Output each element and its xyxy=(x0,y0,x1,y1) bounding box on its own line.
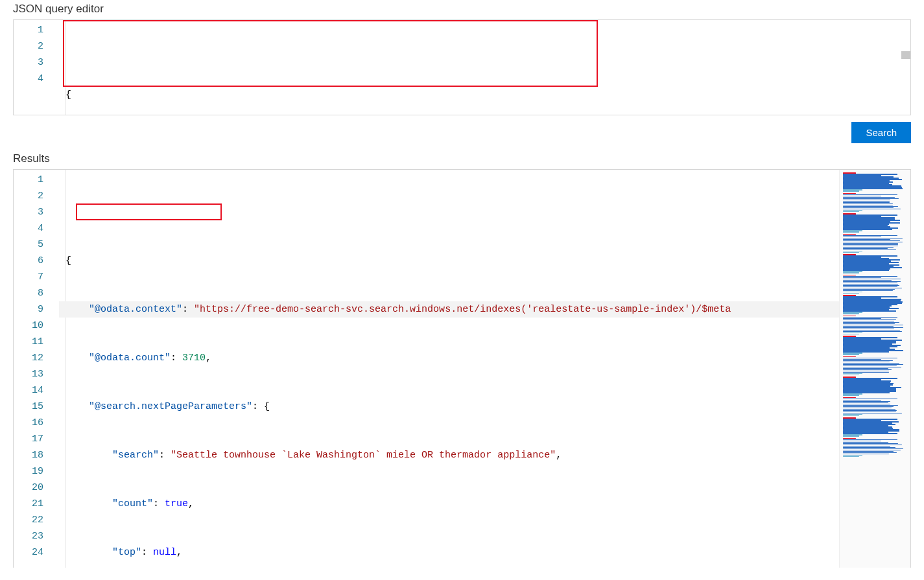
query-editor[interactable]: 1 2 3 4 { "search": "Seattle townhouse `… xyxy=(13,19,911,115)
query-highlight-box xyxy=(63,20,598,87)
odata-count-highlight-box xyxy=(76,203,222,220)
results-code[interactable]: { "@odata.context": "https://free-demo-s… xyxy=(59,170,839,568)
query-gutter: 1 2 3 4 xyxy=(14,20,59,115)
results-title: Results xyxy=(0,150,924,169)
minimap[interactable] xyxy=(839,170,910,568)
query-editor-title: JSON query editor xyxy=(0,0,924,19)
search-button[interactable]: Search xyxy=(851,122,911,143)
query-code[interactable]: { "search": "Seattle townhouse `Lake Was… xyxy=(59,20,910,115)
results-viewer[interactable]: 1 2 3 4 5 6 7 8 9 10 11 12 13 14 15 16 1… xyxy=(13,169,911,568)
results-gutter: 1 2 3 4 5 6 7 8 9 10 11 12 13 14 15 16 1… xyxy=(14,170,59,568)
